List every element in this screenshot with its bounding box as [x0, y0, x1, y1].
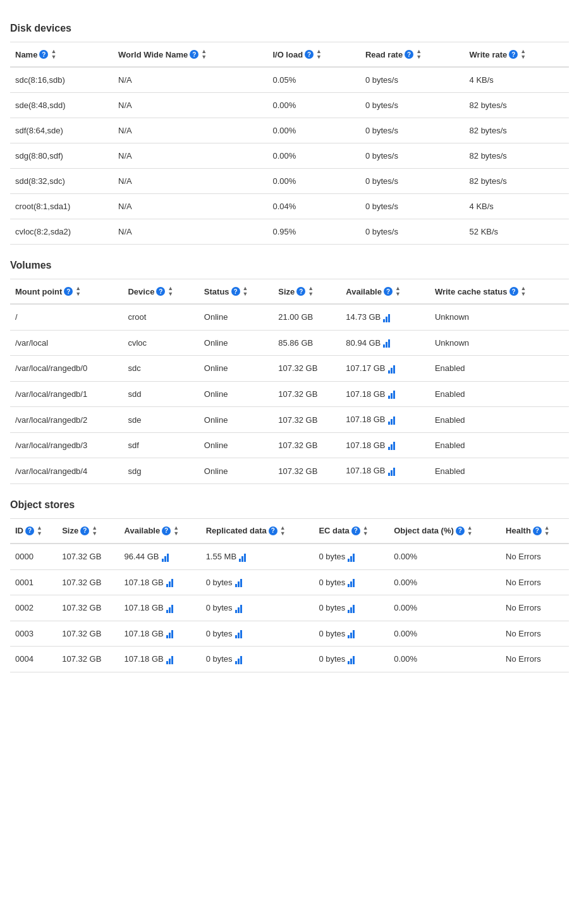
th-os-ec-label: EC data	[319, 526, 349, 535]
read-help-icon[interactable]: ?	[405, 50, 413, 59]
vol-write-cache-cell: Enabled	[430, 432, 569, 458]
os-id-help-icon[interactable]: ?	[25, 526, 34, 535]
bar-chart-icon[interactable]	[388, 365, 395, 374]
size-sort[interactable]: ▲▼	[308, 286, 314, 297]
device-help-icon[interactable]: ?	[156, 287, 165, 296]
bar-chart-icon[interactable]	[348, 553, 355, 562]
os-replicated-cell: 0 bytes	[201, 595, 314, 621]
vol-device-cell: cvloc	[123, 330, 198, 356]
disk-read-cell: 0 bytes/s	[360, 143, 465, 169]
mount-help-icon[interactable]: ?	[64, 287, 73, 296]
os-size-sort[interactable]: ▲▼	[92, 525, 97, 537]
status-sort[interactable]: ▲▼	[243, 286, 248, 297]
write-cache-sort[interactable]: ▲▼	[521, 286, 527, 297]
table-row: 0002 107.32 GB 107.18 GB 0 bytes 0 bytes…	[10, 595, 569, 621]
os-replicated-sort[interactable]: ▲▼	[280, 525, 286, 537]
th-os-available: Available ? ▲▼	[119, 518, 201, 544]
bar-chart-icon[interactable]	[235, 655, 242, 664]
vol-size-cell: 107.32 GB	[273, 458, 341, 484]
read-sort[interactable]: ▲▼	[416, 49, 422, 60]
os-health-sort[interactable]: ▲▼	[544, 525, 550, 537]
disk-write-cell: 82 bytes/s	[465, 169, 569, 194]
volumes-title: Volumes	[10, 260, 569, 271]
disk-io-cell: 0.00%	[267, 93, 360, 118]
os-ec-sort[interactable]: ▲▼	[363, 525, 369, 537]
name-sort[interactable]: ▲▼	[51, 49, 56, 60]
write-cache-help-icon[interactable]: ?	[509, 287, 518, 296]
th-available-label: Available	[346, 287, 382, 296]
bar-chart-icon[interactable]	[383, 339, 390, 348]
object-stores-table: ID ? ▲▼ Size ? ▲▼ Available ? ▲▼	[10, 518, 569, 672]
os-object-pct-sort[interactable]: ▲▼	[467, 525, 473, 537]
bar-chart-icon[interactable]	[388, 441, 395, 450]
disk-write-cell: 82 bytes/s	[465, 93, 569, 118]
th-mount-label: Mount point	[15, 287, 62, 296]
io-help-icon[interactable]: ?	[305, 50, 314, 59]
vol-mount-cell: /var/local/rangedb/0	[10, 356, 123, 382]
os-ec-help-icon[interactable]: ?	[351, 526, 360, 535]
bar-chart-icon[interactable]	[348, 655, 355, 664]
bar-chart-icon[interactable]	[166, 629, 173, 638]
bar-chart-icon[interactable]	[235, 629, 242, 638]
disk-wwn-cell: N/A	[113, 93, 267, 118]
mount-sort[interactable]: ▲▼	[75, 286, 81, 297]
bar-chart-icon[interactable]	[235, 578, 242, 587]
vol-available-cell: 107.18 GB	[341, 432, 430, 458]
os-health-help-icon[interactable]: ?	[533, 526, 542, 535]
os-available-sort[interactable]: ▲▼	[173, 525, 179, 537]
vol-size-cell: 107.32 GB	[273, 381, 341, 407]
os-health-cell: No Errors	[501, 595, 569, 621]
vol-available-cell: 107.18 GB	[341, 458, 430, 484]
os-size-cell: 107.32 GB	[57, 544, 119, 569]
wwn-sort[interactable]: ▲▼	[201, 49, 207, 60]
os-object-pct-cell: 0.00%	[389, 544, 501, 569]
write-sort[interactable]: ▲▼	[520, 49, 526, 60]
bar-chart-icon[interactable]	[166, 655, 173, 664]
table-row: /var/local/rangedb/0 sdc Online 107.32 G…	[10, 356, 569, 382]
name-help-icon[interactable]: ?	[39, 50, 48, 59]
bar-chart-icon[interactable]	[388, 390, 395, 399]
bar-chart-icon[interactable]	[235, 604, 242, 613]
bar-chart-icon[interactable]	[348, 578, 355, 587]
bar-chart-icon[interactable]	[388, 467, 395, 476]
os-health-cell: No Errors	[501, 647, 569, 672]
vol-mount-cell: /	[10, 304, 123, 330]
th-size-label: Size	[278, 287, 295, 296]
available-sort[interactable]: ▲▼	[395, 286, 401, 297]
os-ec-cell: 0 bytes	[314, 595, 389, 621]
os-id-cell: 0003	[10, 621, 57, 647]
vol-write-cache-cell: Enabled	[430, 458, 569, 484]
os-ec-cell: 0 bytes	[314, 621, 389, 647]
disk-read-cell: 0 bytes/s	[360, 219, 465, 245]
disk-wwn-cell: N/A	[113, 118, 267, 143]
os-size-help-icon[interactable]: ?	[80, 526, 89, 535]
os-replicated-help-icon[interactable]: ?	[269, 526, 277, 535]
disk-io-cell: 0.00%	[267, 169, 360, 194]
write-help-icon[interactable]: ?	[509, 50, 518, 59]
status-help-icon[interactable]: ?	[231, 287, 240, 296]
bar-chart-icon[interactable]	[388, 416, 395, 425]
available-help-icon[interactable]: ?	[384, 287, 393, 296]
size-help-icon[interactable]: ?	[296, 287, 305, 296]
os-id-sort[interactable]: ▲▼	[37, 525, 42, 537]
disk-read-cell: 0 bytes/s	[360, 67, 465, 93]
os-object-pct-help-icon[interactable]: ?	[456, 526, 465, 535]
bar-chart-icon[interactable]	[166, 578, 173, 587]
bar-chart-icon[interactable]	[239, 553, 246, 562]
bar-chart-icon[interactable]	[348, 629, 355, 638]
vol-size-cell: 107.32 GB	[273, 432, 341, 458]
os-available-help-icon[interactable]: ?	[162, 526, 171, 535]
io-sort[interactable]: ▲▼	[316, 49, 322, 60]
table-row: /var/local/rangedb/2 sde Online 107.32 G…	[10, 407, 569, 433]
bar-chart-icon[interactable]	[162, 553, 169, 562]
vol-available-cell: 107.18 GB	[341, 381, 430, 407]
wwn-help-icon[interactable]: ?	[190, 50, 198, 59]
vol-write-cache-cell: Enabled	[430, 381, 569, 407]
device-sort[interactable]: ▲▼	[168, 286, 173, 297]
vol-status-cell: Online	[199, 458, 273, 484]
bar-chart-icon[interactable]	[383, 313, 390, 322]
disk-read-cell: 0 bytes/s	[360, 93, 465, 118]
bar-chart-icon[interactable]	[166, 604, 173, 613]
os-health-cell: No Errors	[501, 544, 569, 569]
bar-chart-icon[interactable]	[348, 604, 355, 613]
